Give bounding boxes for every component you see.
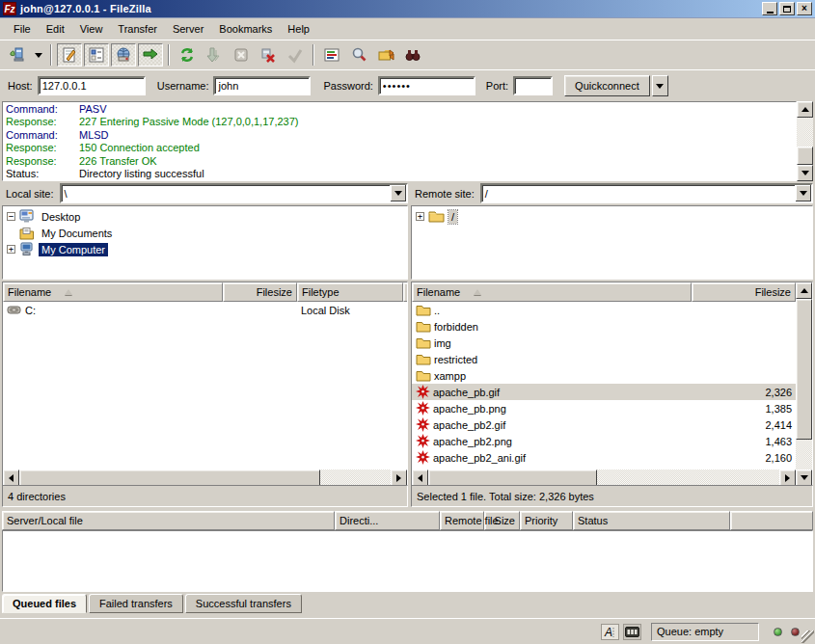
tab-successful-transfers[interactable]: Successful transfers [185,594,302,613]
remote-list-row[interactable]: xampp [412,367,796,384]
directory-comparison-button[interactable] [373,43,398,67]
scroll-up-button[interactable] [797,101,813,118]
tree-item-label[interactable]: My Computer [39,243,108,256]
local-site-combo-button[interactable] [390,185,406,201]
tree-item-my-computer[interactable]: + My Computer [5,241,407,257]
username-input[interactable] [213,76,311,95]
speed-limits-button[interactable] [623,624,641,640]
menu-edit[interactable]: Edit [39,20,72,38]
chevron-down-icon [35,53,42,58]
scrollbar-thumb[interactable] [797,147,813,165]
remote-list-row[interactable]: .. [412,302,796,318]
filter-button[interactable] [400,43,425,67]
site-manager-icon [9,46,26,64]
toggle-message-log-button[interactable] [57,43,82,67]
menu-view[interactable]: View [72,20,111,38]
refresh-button[interactable] [175,43,200,67]
scroll-down-button[interactable] [797,165,813,181]
title-bar[interactable]: Fz john@127.0.0.1 - FileZilla × [0,0,815,18]
file-name: apache_pb.gif [433,387,500,398]
cancel-operation-button[interactable] [229,43,254,67]
column-header-direction[interactable]: Directi... [335,511,440,530]
remote-site-combo-button[interactable] [795,185,811,201]
menu-bookmarks[interactable]: Bookmarks [211,20,280,38]
remote-list-row[interactable]: restricted [412,351,796,367]
menu-transfer[interactable]: Transfer [110,20,165,38]
find-files-button[interactable] [346,43,371,67]
column-header-filesize[interactable]: Filesize [692,282,796,302]
password-input[interactable] [378,76,475,95]
tree-item-my-documents[interactable]: My Documents [5,225,407,241]
port-input[interactable] [513,76,553,95]
sort-ascending-icon [65,289,72,295]
column-header-filename[interactable]: Filename [3,282,223,302]
remote-list-row[interactable]: apache_pb2_ani.gif 2,160 [412,449,796,466]
tab-queued-files[interactable]: Queued files [2,594,87,613]
host-input[interactable] [38,76,146,95]
disconnect-button[interactable] [256,43,281,67]
column-header-remote-file[interactable]: Remote file [440,511,484,530]
remote-list-row[interactable]: img [412,335,796,351]
remote-list-row[interactable]: apache_pb2.png 1,463 [412,433,796,449]
local-site-combo[interactable]: \ [60,183,408,203]
tree-item-label[interactable]: My Documents [39,227,115,240]
close-button[interactable]: × [797,2,812,15]
tree-item-label[interactable]: Desktop [39,210,83,224]
activity-led-red [791,628,800,636]
remote-list-row-selected[interactable]: apache_pb.gif 2,326 [412,384,796,400]
menu-help[interactable]: Help [280,20,317,38]
column-header-server-local-file[interactable]: Server/Local file [2,511,335,530]
column-header-priority[interactable]: Priority [520,511,573,530]
scroll-left-button[interactable] [3,470,19,486]
local-horizontal-scrollbar[interactable] [3,470,407,486]
tree-item-desktop[interactable]: − Desktop [5,208,407,225]
column-header-lastmodified[interactable]: L [403,282,408,302]
expand-icon[interactable]: + [7,245,15,254]
resize-grip[interactable] [801,631,814,643]
tab-failed-transfers[interactable]: Failed transfers [89,594,183,613]
remote-status-text: Selected 1 file. Total size: 2,326 bytes [417,491,594,502]
toggle-remote-tree-button[interactable] [111,43,136,67]
site-manager-dropdown[interactable] [32,43,45,67]
scrollbar-thumb[interactable] [428,470,597,486]
queue-tabs: Queued files Failed transfers Successful… [2,594,813,614]
toggle-local-tree-button[interactable] [84,43,109,67]
tree-item-root[interactable]: + / [414,208,812,225]
scroll-right-button[interactable] [779,470,796,486]
remote-status-bar: Selected 1 file. Total size: 2,326 bytes [411,485,813,507]
minimize-button[interactable] [762,2,777,15]
remote-site-combo[interactable]: / [480,183,813,203]
menu-server[interactable]: Server [165,20,211,38]
scroll-up-button[interactable] [796,282,812,299]
tree-item-label[interactable]: / [448,210,457,224]
column-header-filesize[interactable]: Filesize [223,282,297,302]
column-header-status[interactable]: Status [573,511,730,530]
process-queue-button[interactable] [319,43,344,67]
remote-list-row[interactable]: forbidden [412,318,796,335]
collapse-icon[interactable]: − [7,212,15,221]
maximize-button[interactable] [779,2,795,15]
remote-list-row[interactable]: apache_pb2.gif 2,414 [412,416,796,433]
quickconnect-button[interactable]: Quickconnect [564,75,650,96]
column-header-filetype[interactable]: Filetype [297,282,403,302]
toggle-transfer-queue-button[interactable] [138,43,163,67]
scroll-left-button[interactable] [412,470,428,486]
queue-body[interactable] [2,530,813,592]
column-header-filename[interactable]: Filename [412,282,692,302]
scroll-right-button[interactable] [391,470,407,486]
site-manager-button[interactable] [5,43,30,67]
remote-list-row[interactable]: apache_pb.png 1,385 [412,400,796,416]
remote-horizontal-scrollbar[interactable] [412,470,796,486]
scrollbar-thumb[interactable] [796,299,812,440]
expand-icon[interactable]: + [416,212,424,221]
log-scrollbar[interactable] [797,101,813,181]
remote-vertical-scrollbar[interactable] [796,282,812,486]
limit-speed-button[interactable] [202,43,227,67]
scroll-down-button[interactable] [796,470,812,486]
scrollbar-thumb[interactable] [19,470,320,486]
transfer-type-button[interactable]: A [601,624,619,640]
local-list-row[interactable]: C: Local Disk [3,302,407,318]
quickconnect-dropdown[interactable] [652,75,668,96]
menu-file[interactable]: File [6,20,39,38]
reconnect-button[interactable] [283,43,308,67]
